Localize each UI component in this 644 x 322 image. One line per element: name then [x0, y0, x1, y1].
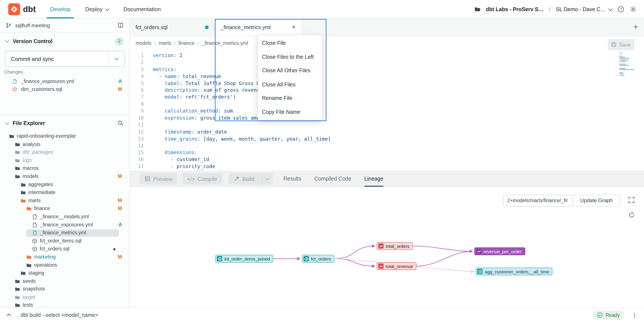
change-row-finance-exposures-yml[interactable]: _finance_exposures.ymlA	[0, 77, 130, 85]
lineage-node-agg-customer-orders-all-time[interactable]: agg_customer_orders__all_time	[476, 267, 552, 275]
breadcrumb-item-models[interactable]: models	[136, 40, 152, 46]
dbt-logo[interactable]	[8, 3, 20, 15]
folder-icon	[9, 134, 14, 139]
tree-item-rapid-onboarding-exemplar[interactable]: rapid-onboarding-exemplar	[0, 132, 130, 140]
folder-icon	[20, 198, 26, 203]
close-icon[interactable]: ×	[292, 23, 296, 31]
line-number: 5	[130, 80, 149, 87]
save-button-label: Save	[619, 42, 631, 48]
editor-tab-fct-orders-sql[interactable]: fct_orders.sql	[130, 19, 215, 36]
code-line: - priority_code	[153, 163, 618, 170]
build-options-caret[interactable]	[262, 173, 273, 185]
code-line: - customer_id	[153, 156, 618, 163]
tree-item-models[interactable]: modelsM	[0, 173, 130, 181]
tree-item-label: tests	[22, 301, 33, 307]
lineage-filter-input[interactable]	[503, 195, 573, 206]
fullscreen-icon[interactable]	[628, 196, 635, 203]
tree-item-staging[interactable]: staging	[0, 269, 130, 277]
model-cube-icon	[12, 87, 17, 92]
tree-item-finance-metrics-yml[interactable]: _finance_metrics.yml	[0, 229, 130, 237]
menu-item-close-all-files[interactable]: Close All Files	[258, 77, 322, 91]
breadcrumb-item-marts[interactable]: marts	[159, 40, 171, 46]
tree-item-target[interactable]: target	[0, 293, 130, 302]
node-label: total_orders	[386, 243, 410, 248]
tree-item-intermediate[interactable]: intermediate	[0, 189, 130, 197]
results-tab-lineage[interactable]: Lineage	[364, 171, 383, 187]
menu-item-close-file[interactable]: Close File	[258, 36, 322, 50]
lineage-node-total-orders[interactable]: total_orders	[377, 242, 413, 250]
lineage-node-fct-orders[interactable]: fct_orders	[302, 255, 334, 263]
tree-item-finance-models-yml[interactable]: _finance__models.yml	[0, 213, 130, 221]
nav-link-develop[interactable]: Develop	[50, 0, 70, 19]
update-graph-button[interactable]: Update Graph	[573, 195, 620, 206]
line-number: 4	[130, 73, 149, 80]
search-icon[interactable]	[118, 120, 124, 126]
help-icon[interactable]: ?	[617, 6, 624, 13]
file-explorer-header[interactable]: File Explorer	[0, 114, 130, 132]
account-name[interactable]: dbt Labs - ProServ S…	[486, 6, 544, 13]
results-tab-compiled-code[interactable]: Compiled Code	[314, 171, 351, 187]
tree-item-label: marts	[28, 197, 41, 205]
git-status-badge: M	[118, 173, 122, 181]
docs-book-icon[interactable]	[118, 22, 124, 29]
tree-item-operations[interactable]: operations	[0, 261, 130, 269]
lineage-node-total-revenue[interactable]: total_revenue	[377, 262, 416, 270]
lineage-node-revenue-per-order[interactable]: revenue_per_order	[474, 247, 525, 255]
build-main[interactable]: Build	[229, 176, 259, 182]
tree-item-macros[interactable]: macros	[0, 165, 130, 173]
code-editor[interactable]: 1234567891011121314151617 version: 2metr…	[130, 50, 644, 171]
nav-link-deploy[interactable]: Deploy	[85, 0, 108, 19]
save-button[interactable]: Save	[608, 39, 634, 50]
branch-name: sqlfluff-meeting	[15, 22, 50, 28]
tree-item-fct-orders-sql[interactable]: fct_orders.sql	[0, 245, 130, 253]
menu-item-close-files-to-the-left[interactable]: Close Files to the Left	[258, 50, 322, 64]
kebab-menu-icon[interactable]	[632, 312, 637, 318]
project-selector[interactable]: SL Demo - Dave C…	[556, 6, 612, 13]
commit-options-caret[interactable]	[108, 52, 124, 66]
compile-button[interactable]: </> Compile	[182, 173, 222, 185]
new-tab-icon[interactable]: +	[634, 19, 638, 35]
node-label: total_revenue	[386, 264, 413, 269]
file-icon	[12, 79, 17, 84]
account-path-separator: /	[549, 6, 550, 13]
tree-item-snapshots[interactable]: snapshots	[0, 285, 130, 293]
tree-item-dbt-packages[interactable]: dbt_packages	[0, 148, 130, 157]
reset-view-icon[interactable]	[628, 212, 635, 218]
menu-item-copy-file-name[interactable]: Copy File Name	[258, 105, 322, 119]
model-cube-icon	[32, 238, 38, 243]
tree-item-aggregates[interactable]: aggregates	[0, 181, 130, 189]
nav-link-documentation[interactable]: Documentation	[124, 0, 161, 19]
build-label: Build	[242, 176, 254, 182]
git-branch-row[interactable]: sqlfluff-meeting	[0, 19, 130, 32]
tab-label: fct_orders.sql	[136, 24, 168, 30]
code-line: time_grains: [day, week, month, quarter,…	[153, 136, 618, 142]
lineage-node-int-order-items-joined[interactable]: int_order_items_joined	[215, 255, 273, 263]
folder-icon	[15, 158, 20, 163]
preview-button[interactable]: Preview	[140, 173, 177, 185]
line-number: 10	[130, 115, 149, 122]
expand-panel-icon[interactable]	[6, 312, 12, 318]
tree-item-tests[interactable]: tests	[0, 301, 130, 307]
settings-gear-icon[interactable]	[630, 6, 637, 13]
tree-item-seeds[interactable]: seeds	[0, 277, 130, 285]
model-cube-icon	[32, 246, 38, 252]
cli-command-input[interactable]	[20, 308, 308, 322]
breadcrumb-item-finance[interactable]: finance	[178, 40, 194, 46]
tree-item-marts[interactable]: martsM	[0, 197, 130, 205]
build-button[interactable]: Build	[229, 173, 273, 185]
commit-and-sync-button[interactable]: Commit and sync	[5, 51, 125, 67]
breadcrumb-item-finance-metrics-yml[interactable]: _finance_metrics.yml	[202, 40, 248, 46]
tree-item-analysis[interactable]: analysis	[0, 140, 130, 149]
change-row-dim-customers-sql[interactable]: dim_customers.sqlM	[0, 85, 130, 93]
version-control-header[interactable]: Version Control 2	[0, 32, 130, 50]
results-tab-results[interactable]: Results	[284, 171, 301, 187]
line-number: 13	[130, 136, 149, 142]
menu-item-rename-file[interactable]: Rename File	[258, 91, 322, 105]
tree-item-finance[interactable]: financeM	[0, 205, 130, 213]
tree-item-finance-exposures-yml[interactable]: _finance_exposures.ymlA	[0, 221, 130, 229]
tree-item-marketing[interactable]: marketingM	[0, 253, 130, 261]
tree-item-fct-order-items-sql[interactable]: fct_order_items.sql	[0, 237, 130, 245]
tree-item-logs[interactable]: logs	[0, 157, 130, 165]
menu-item-close-all-other-files[interactable]: Close All Other Files	[258, 64, 322, 77]
editor-tab-finance-metrics-yml[interactable]: _finance_metrics.yml×	[215, 19, 302, 36]
